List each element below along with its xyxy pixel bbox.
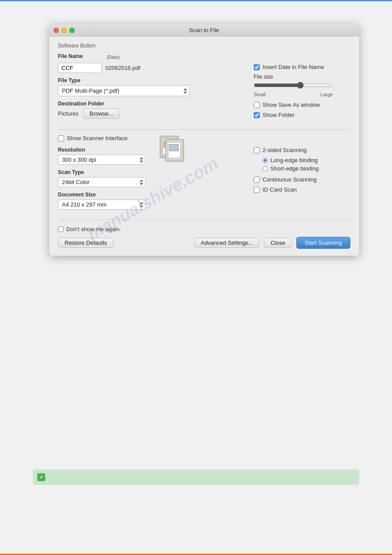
right-column: Insert Date in File Name File size Small… [254,53,350,123]
file-type-select-wrapper: PDF Multi-Page (*.pdf) [58,85,190,96]
long-edge-row: Long-edge binding [263,157,350,163]
window-controls [54,28,75,33]
dont-show-label: Don't show me again. [66,226,121,232]
destination-label: Destination Folder [58,101,245,107]
small-label: Small [254,92,266,97]
slider-container [254,82,350,90]
show-folder-checkbox[interactable] [254,112,260,118]
slider-labels: Small Large [254,92,333,97]
insert-date-checkbox[interactable] [254,64,260,70]
dialog-title: Scan to File [189,27,219,33]
id-card-scan-checkbox[interactable] [254,187,260,193]
section-label: Software Button [58,43,350,49]
lower-wrapper: Show Scanner Interface Resolution 300 x … [58,135,350,214]
file-size-label: File size [254,74,350,80]
dont-show-checkbox[interactable] [58,226,64,232]
short-edge-row: Short-edge binding [263,165,350,172]
continuous-scanning-checkbox[interactable] [254,177,260,183]
scanner-interface-row: Show Scanner Interface [58,135,350,141]
file-type-select[interactable]: PDF Multi-Page (*.pdf) [58,85,190,96]
file-type-group: File Type PDF Multi-Page (*.pdf) [58,77,245,96]
close-window-button[interactable] [54,28,59,33]
scan-type-group: Scan Type 24bit Color [58,169,245,187]
file-type-label: File Type [58,77,245,83]
scan-type-select-wrapper: 24bit Color [58,177,146,187]
show-scanner-checkbox[interactable] [58,135,64,141]
green-bar: ✓ [33,470,359,485]
file-name-label: File Name [58,53,83,59]
resolution-label: Resolution [58,147,245,153]
file-name-group: File Name (Date) 02062016.pdf [58,53,245,73]
browse-button[interactable]: Browse... [83,109,120,119]
scan-icon [159,135,185,161]
file-size-slider[interactable] [254,82,333,89]
divider-1 [58,129,350,130]
show-save-as-checkbox[interactable] [254,102,260,108]
left-column: File Name (Date) 02062016.pdf File Type … [58,53,245,123]
destination-value: Pictures [58,110,79,117]
date-value: 02062016.pdf [105,65,140,71]
document-size-select-wrapper: A4 210 x 297 mm [58,200,146,210]
two-sided-section: 2-sided Scanning Long-edge binding Short… [254,147,350,172]
lower-left: Resolution 300 x 300 dpi [58,147,245,214]
large-label: Large [320,92,333,97]
show-scanner-label: Show Scanner Interface [67,135,128,141]
scan-image-placeholder-2 [169,144,179,151]
scanner-thumbnail [159,135,185,161]
resolution-group: Resolution 300 x 300 dpi [58,147,245,165]
two-sided-row: 2-sided Scanning [254,147,350,153]
title-bar: Scan to File [49,24,359,36]
show-save-as-row: Show Save As window [254,102,350,108]
document-size-label: Document Size [58,192,245,198]
destination-row: Pictures Browse... [58,109,245,119]
scan-page-front [165,139,183,161]
two-sided-checkbox[interactable] [254,147,260,153]
resolution-select-wrapper: 300 x 300 dpi [58,155,146,165]
show-folder-label: Show Folder [263,112,295,118]
continuous-scanning-row: Continuous Scanning [254,176,350,183]
scan-type-select[interactable]: 24bit Color [58,177,146,187]
restore-defaults-button[interactable]: Restore Defaults [58,238,114,248]
dont-show-row: Don't show me again. [58,226,350,232]
file-name-row: 02062016.pdf [58,63,245,73]
minimize-button[interactable] [61,28,67,33]
date-label: (Date) [107,54,120,60]
start-scanning-button[interactable]: Start Scanning [296,237,350,249]
green-check-icon: ✓ [37,473,45,481]
insert-date-row: Insert Date in File Name [254,64,350,70]
document-size-group: Document Size A4 210 x 297 mm [58,192,245,210]
two-sided-label: 2-sided Scanning [263,147,306,153]
divider-2 [58,219,350,220]
long-edge-radio[interactable] [263,158,268,163]
id-card-scan-label: ID Card Scan [263,186,297,193]
maximize-button[interactable] [69,28,75,33]
top-accent-line [0,0,392,1]
actions-row: Restore Defaults Advanced Settings... Cl… [58,237,350,249]
actions-row-right: Advanced Settings... Close Start Scannin… [194,237,350,249]
show-save-as-label: Show Save As window [263,102,320,108]
short-edge-label: Short-edge binding [270,165,319,172]
check-symbol: ✓ [39,474,43,480]
insert-date-label: Insert Date in File Name [263,64,324,70]
resolution-row: 300 x 300 dpi [58,155,245,165]
resolution-select[interactable]: 300 x 300 dpi [58,155,146,165]
file-size-group: File size Small Large [254,74,350,97]
destination-group: Destination Folder Pictures Browse... [58,101,245,119]
document-size-select[interactable]: A4 210 x 297 mm [58,200,146,210]
bottom-section: Don't show me again. Restore Defaults Ad… [58,226,350,249]
upper-section: File Name (Date) 02062016.pdf File Type … [58,53,350,123]
id-card-scan-row: ID Card Scan [254,186,350,193]
lower-right: 2-sided Scanning Long-edge binding Short… [254,147,350,214]
lower-section: Resolution 300 x 300 dpi [58,147,350,214]
scan-to-file-dialog: Scan to File Software Button File Name (… [49,24,359,256]
advanced-settings-button[interactable]: Advanced Settings... [194,238,259,248]
short-edge-radio[interactable] [263,166,268,171]
close-button[interactable]: Close [264,238,291,248]
dialog-content: Software Button File Name (Date) 0206201… [49,36,359,256]
continuous-scanning-label: Continuous Scanning [263,176,317,183]
scan-type-label: Scan Type [58,169,245,175]
long-edge-label: Long-edge binding [270,157,318,163]
show-folder-row: Show Folder [254,112,350,118]
file-name-input[interactable] [58,63,102,73]
